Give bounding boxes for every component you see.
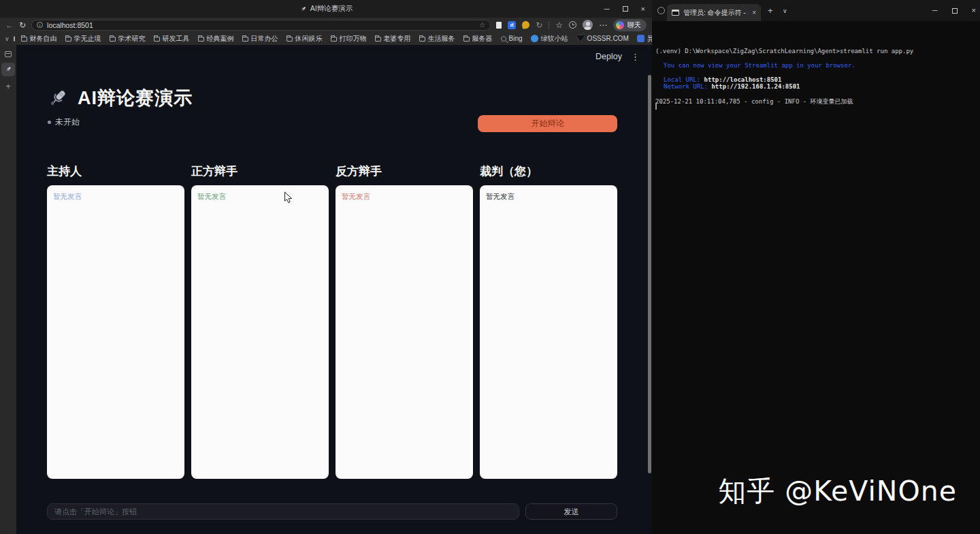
browser-close-button[interactable]: × [641, 5, 645, 13]
empty-message: 暂无发言 [480, 185, 617, 208]
vertical-tabs-collapse-icon[interactable]: ∨ [5, 35, 10, 42]
terminal-minimize-button[interactable]: ─ [932, 7, 938, 14]
profile-avatar[interactable] [583, 20, 593, 30]
v-triangle-icon [576, 35, 585, 42]
page-title: AI辩论赛演示 [47, 86, 193, 110]
bookmark-folder[interactable]: 老婆专用 [373, 34, 413, 44]
url-text[interactable]: localhost:8501 [47, 21, 93, 29]
mouse-cursor [284, 191, 293, 207]
empty-message: 暂无发言 [47, 185, 184, 208]
folder-icon [242, 37, 248, 42]
send-button[interactable]: 发送 [525, 503, 617, 520]
bookmark-folder[interactable]: 学无止境 [63, 34, 103, 44]
terminal-caret [655, 103, 657, 110]
bookmark-folder[interactable]: 学术研究 [108, 34, 148, 44]
folder-icon [21, 37, 27, 42]
empty-message: 暂无发言 [336, 185, 473, 208]
more-menu-icon[interactable]: ⋯ [599, 21, 607, 29]
deploy-button[interactable]: Deploy [595, 52, 622, 61]
bookmark-site[interactable]: 异次元软件世界 [635, 34, 652, 44]
favorites-icon[interactable]: ☆ [555, 21, 563, 29]
terminal-window-controls: ─ × [932, 0, 976, 21]
app-menu-icon[interactable]: ⋮ [631, 52, 640, 61]
yellow-extension-icon[interactable] [521, 20, 530, 29]
terminal-output[interactable]: (.venv) D:\Workspace\ZigZag\ScratchLearn… [652, 21, 980, 534]
page-title-text: AI辩论赛演示 [78, 86, 193, 110]
folder-icon [331, 37, 337, 42]
new-tab-icon[interactable]: + [5, 82, 11, 91]
bookmark-folder[interactable]: 日常办公 [240, 34, 280, 44]
copilot-chat-label: 聊天 [627, 20, 641, 30]
indigo-square-icon [637, 35, 644, 42]
browser-window: AI辩论赛演示 ─ × ← ↻ i localhost:8501 ☆ d ↻ ☆… [0, 0, 652, 534]
bookmark-site[interactable]: OSSSR.COM [574, 35, 631, 42]
browser-window-title: AI辩论赛演示 [310, 4, 353, 14]
watermark: 知乎 @KeViNOne [718, 473, 957, 510]
copilot-chat-button[interactable]: 聊天 [613, 19, 647, 31]
message-input[interactable] [47, 503, 519, 520]
terminal-info-line: You can now view your Streamlit app in y… [664, 62, 855, 69]
active-tab-button[interactable] [1, 63, 15, 76]
refresh-extension-icon[interactable]: ↻ [536, 21, 542, 29]
pro-messages-card: 暂无发言 [191, 185, 329, 479]
start-debate-button[interactable]: 开始辩论 [478, 115, 617, 132]
terminal-maximize-button[interactable] [952, 8, 958, 14]
folder-icon [463, 37, 470, 42]
terminal-tab-dropdown-icon[interactable]: ∨ [783, 8, 787, 14]
microphone-icon [47, 87, 69, 109]
bookmark-folder[interactable]: 生活服务 [417, 34, 457, 44]
devices-icon[interactable] [14, 36, 15, 42]
bookmark-folder[interactable]: 财务自由 [19, 34, 59, 44]
cmd-icon [672, 10, 679, 16]
bookmark-site[interactable]: 绿软小站 [529, 34, 570, 44]
terminal-app-icon [657, 7, 665, 14]
site-info-icon[interactable]: i [37, 22, 43, 28]
debate-status: 未开始 [48, 116, 80, 128]
toolbar-extensions: d ↻ ☆ ⋯ 聊天 [496, 19, 647, 31]
bookmark-bing[interactable]: Bing [499, 35, 525, 42]
bookmark-folder[interactable]: 休闲娱乐 [284, 34, 325, 44]
column-header-pro: 正方辩手 [191, 163, 238, 179]
streamlit-header: Deploy ⋮ [595, 52, 640, 61]
folder-icon [198, 37, 204, 42]
search-icon [501, 36, 506, 42]
history-icon[interactable] [569, 21, 576, 29]
column-header-host: 主持人 [47, 163, 82, 179]
tab-list-icon[interactable] [5, 51, 12, 57]
folder-icon [375, 37, 381, 42]
terminal-tab[interactable]: 管理员: 命令提示符 - streamlit × [667, 4, 761, 21]
terminal-log-line: 2025-12-21 10:11:04,785 - config - INFO … [655, 97, 853, 106]
terminal-titlebar: 管理员: 命令提示符 - streamlit × + ∨ ─ × [652, 0, 980, 21]
back-icon[interactable]: ← [5, 21, 14, 29]
address-bar[interactable]: i localhost:8501 ☆ [31, 20, 491, 31]
column-header-con: 反方辩手 [336, 163, 382, 179]
streamlit-app: Deploy ⋮ AI辩论赛演示 未开始 开始辩论 主持人 正方辩手 [16, 45, 652, 534]
terminal-window: 管理员: 命令提示符 - streamlit × + ∨ ─ × (.venv)… [652, 0, 980, 534]
folder-icon [419, 37, 425, 42]
document-extension-icon[interactable] [496, 22, 502, 29]
terminal-new-tab-icon[interactable]: + [768, 6, 773, 15]
browser-minimize-button[interactable]: ─ [604, 5, 610, 13]
microphone-favicon-icon [4, 65, 12, 74]
bookmark-folder[interactable]: 打印万物 [329, 34, 369, 44]
tab-close-icon[interactable]: × [752, 10, 756, 16]
d-extension-icon[interactable]: d [508, 21, 516, 29]
refresh-icon[interactable]: ↻ [19, 21, 26, 29]
toolbar-divider [549, 21, 549, 29]
terminal-tab-title: 管理员: 命令提示符 - streamlit [683, 8, 748, 18]
bookmark-folder[interactable]: 经典案例 [196, 34, 236, 44]
terminal-close-button[interactable]: × [972, 7, 976, 14]
page-scrollbar[interactable] [648, 75, 651, 473]
bookmark-folder[interactable]: 服务器 [461, 34, 495, 44]
browser-toolbar: ← ↻ i localhost:8501 ☆ d ↻ ☆ ⋯ 聊天 [0, 18, 652, 32]
bookmark-star-icon[interactable]: ☆ [479, 21, 485, 29]
blue-dot-icon [531, 35, 538, 42]
column-header-judge: 裁判（您） [480, 163, 538, 179]
bookmark-folder[interactable]: 研发工具 [152, 34, 192, 44]
status-text: 未开始 [55, 116, 80, 128]
terminal-prompt-line: (.venv) D:\Workspace\ZigZag\ScratchLearn… [655, 48, 913, 54]
folder-icon [154, 37, 160, 42]
browser-maximize-button[interactable] [623, 6, 628, 12]
empty-message: 暂无发言 [191, 185, 329, 208]
browser-window-controls: ─ × [604, 0, 645, 18]
